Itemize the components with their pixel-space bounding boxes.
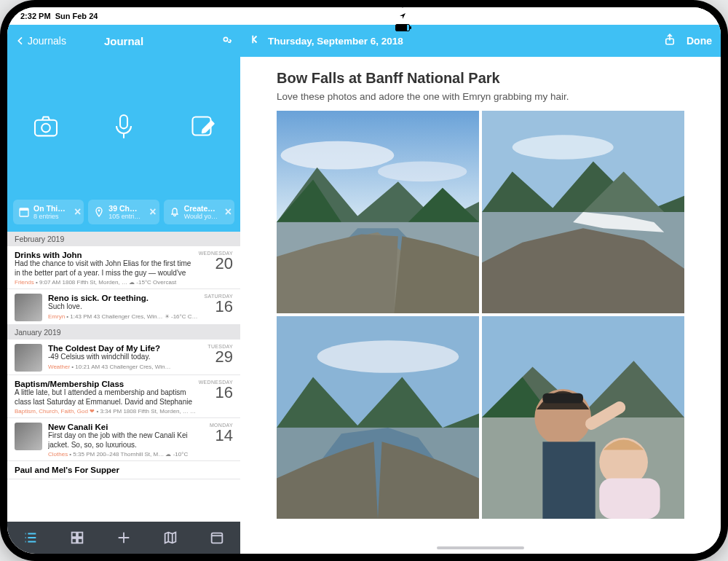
detail-header: Thursday, September 6, 2018 Done	[240, 25, 721, 57]
entry-title: Paul and Mel's For Supper	[15, 466, 198, 474]
entry-date[interactable]: Thursday, September 6, 2018	[268, 36, 403, 47]
filter-chips: On Thi…8 entries × 39 Ch…105 entri… × Cr…	[7, 195, 240, 232]
entry-thumb	[15, 344, 42, 372]
share-button[interactable]	[663, 33, 676, 49]
entry-photo[interactable]	[482, 111, 684, 313]
entry-body[interactable]: Bow Falls at Banff National Park Love th…	[240, 57, 721, 554]
entry-daynum: 20	[198, 256, 233, 272]
calendar-grid-icon	[209, 530, 225, 546]
tab-map[interactable]	[147, 522, 194, 554]
svg-point-38	[513, 135, 614, 159]
entry-list[interactable]: February 2019Drinks with JohnHad the cha…	[7, 232, 240, 522]
entry-thumb	[15, 294, 42, 321]
close-icon[interactable]: ×	[149, 205, 156, 219]
gear-icon	[220, 34, 232, 45]
entry-meta: Friends • 9:07 AM 1808 Fifth St, Morden,…	[15, 279, 198, 286]
location-icon	[399, 12, 406, 21]
entry-daynum: 16	[198, 385, 233, 401]
entry-snippet: Had the chance to visit with John Elias …	[15, 259, 198, 278]
entry-row[interactable]: The Coldest Day of My Life?-49 Celsius w…	[7, 340, 240, 375]
entry-snippet: A little late, but I attended a membersh…	[15, 388, 198, 407]
entry-row[interactable]: Drinks with JohnHad the chance to visit …	[7, 246, 240, 289]
chip-on-this-day[interactable]: On Thi…8 entries ×	[13, 200, 84, 224]
entry-photo[interactable]	[482, 316, 684, 519]
pin-icon	[94, 207, 104, 217]
status-time: 2:32 PM	[20, 12, 51, 20]
svg-rect-59	[599, 478, 660, 519]
sidebar-header: Journals Journal	[7, 25, 240, 57]
back-label: Journals	[28, 35, 66, 47]
ipad-frame: 2:32 PM Sun Feb 24 Journals	[0, 0, 728, 561]
tab-list[interactable]	[7, 522, 54, 554]
microphone-icon	[109, 111, 138, 141]
entry-photo[interactable]	[277, 316, 479, 519]
svg-point-45	[317, 340, 459, 372]
svg-rect-3	[120, 115, 127, 128]
tab-new[interactable]	[100, 522, 147, 554]
svg-point-28	[378, 162, 467, 182]
entry-title: Reno is sick. Or teething.	[48, 294, 198, 302]
tab-calendar[interactable]	[194, 522, 240, 554]
grid-icon	[69, 530, 85, 546]
svg-rect-22	[212, 533, 223, 544]
svg-rect-17	[78, 538, 82, 543]
svg-point-7	[98, 210, 100, 212]
page-title: Journal	[104, 35, 143, 47]
entry-title: The Coldest Day of My Life?	[48, 344, 198, 353]
quick-actions	[7, 57, 240, 195]
tab-grid[interactable]	[54, 522, 100, 554]
map-icon	[162, 530, 178, 546]
collapse-icon	[249, 33, 262, 46]
text-button[interactable]	[185, 109, 218, 143]
entry-snippet: -49 Celsius with windchill today.	[48, 353, 198, 362]
camera-icon	[31, 111, 60, 141]
entry-snippet: Such love.	[48, 302, 198, 312]
home-indicator[interactable]	[437, 546, 524, 549]
svg-rect-14	[72, 533, 76, 537]
compose-icon	[187, 111, 216, 141]
entry-thumb	[15, 423, 42, 450]
entry-snippet: First day on the job with the new Canali…	[48, 431, 198, 450]
bell-icon	[170, 207, 180, 217]
section-header: February 2019	[7, 232, 240, 246]
chip-location[interactable]: 39 Ch…105 entri… ×	[88, 200, 159, 224]
bottom-toolbar	[7, 522, 240, 554]
collapse-button[interactable]	[249, 33, 262, 49]
entry-description: Love these photos and adore the one with…	[277, 91, 684, 102]
back-button[interactable]: Journals	[15, 35, 66, 47]
wifi-icon	[397, 7, 408, 9]
close-icon[interactable]: ×	[74, 205, 81, 219]
entry-meta: Baptism, Church, Faith, God ❤ • 3:34 PM …	[15, 408, 198, 415]
camera-button[interactable]	[29, 109, 63, 143]
done-button[interactable]: Done	[687, 35, 712, 47]
settings-button[interactable]	[220, 34, 232, 48]
svg-rect-57	[542, 442, 595, 519]
close-icon[interactable]: ×	[225, 205, 232, 219]
entry-daynum: 16	[198, 299, 233, 315]
screen: 2:32 PM Sun Feb 24 Journals	[7, 7, 721, 554]
entry-meta: Weather • 10:21 AM 43 Challenger Cres, W…	[48, 364, 198, 370]
calendar-icon	[19, 207, 29, 217]
svg-rect-6	[20, 208, 28, 211]
svg-rect-16	[72, 538, 76, 543]
svg-rect-15	[78, 533, 82, 537]
entry-row[interactable]: New Canali KeiFirst day on the job with …	[7, 418, 240, 461]
svg-rect-56	[542, 393, 583, 404]
entry-row[interactable]: Paul and Mel's For Supper	[7, 461, 240, 479]
battery-icon	[395, 24, 410, 31]
entry-title: Bow Falls at Banff National Park	[277, 70, 684, 87]
status-bar: 2:32 PM Sun Feb 24	[7, 7, 721, 25]
entry-row[interactable]: Baptism/Membership ClassA little late, b…	[7, 375, 240, 418]
sidebar: Journals Journal	[7, 25, 240, 554]
chip-reminder[interactable]: Create…Would yo… ×	[164, 200, 234, 224]
share-icon	[663, 33, 676, 46]
entry-photo[interactable]	[277, 111, 479, 313]
audio-button[interactable]	[107, 109, 141, 143]
entry-detail: Thursday, September 6, 2018 Done Bow Fal…	[240, 25, 721, 554]
entry-meta: Emryn • 1:43 PM 43 Challenger Cres, Win……	[48, 313, 198, 320]
status-date: Sun Feb 24	[55, 12, 98, 20]
entry-row[interactable]: Reno is sick. Or teething.Such love.Emry…	[7, 289, 240, 325]
section-header: January 2019	[7, 325, 240, 340]
svg-rect-1	[35, 120, 57, 136]
svg-point-27	[281, 141, 395, 170]
